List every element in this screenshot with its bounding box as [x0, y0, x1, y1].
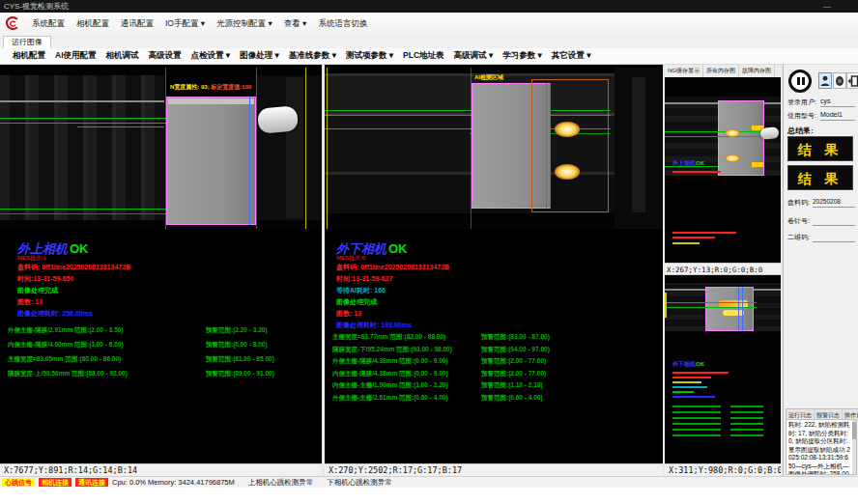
operator-mode-button[interactable] [833, 72, 846, 89]
tape-roller [257, 105, 299, 133]
toolbar-items: 相机配置AI使用配置相机调试高级设置点检设置 ▾图像处理 ▾基准线参数 ▾测试项… [8, 48, 595, 64]
window-title: CYS-视觉检测系统 [0, 2, 69, 11]
measurement-value: 主栅宽度=83.77mm 范围:(82.00 - 88.00) [332, 333, 445, 342]
tray-code-line: 盘料码: 0ff1line2025020813313472B [336, 263, 449, 272]
measurement-row: 主栅宽度=83.77mm 范围:(82.00 - 88.00) 预警范围:(83… [325, 333, 663, 346]
toolbar-item[interactable]: 相机配置 [8, 48, 50, 64]
measurement-warning-range: 预警范围:(81.00 - 85.00) [206, 355, 274, 364]
toolbar-item[interactable]: PLC地址表 [398, 48, 449, 64]
mini-measure-line [730, 411, 763, 413]
comm-connection-badge: 通讯连接 [75, 478, 108, 487]
toolbar-item[interactable]: 高级设置 [144, 48, 186, 64]
pause-button[interactable] [788, 70, 812, 93]
middle-camera-image[interactable]: AI检测区域 [325, 68, 663, 229]
mini-measure-line [672, 417, 721, 419]
model-label: 使用型号: [787, 111, 816, 121]
measurement-warning-range: 预警范围:(89.00 - 91.00) [206, 370, 274, 378]
login-user-value: cys [820, 98, 831, 104]
field-underline [813, 225, 855, 226]
login-user-label: 登录用户: [787, 98, 816, 107]
frame-count-line: 图数: 13 [336, 309, 361, 319]
edge-detect-line [546, 83, 547, 209]
toolbar-item[interactable]: 图像处理 ▾ [235, 48, 284, 64]
toolbar-item[interactable]: 学习参数 ▾ [498, 48, 547, 64]
measurement-row: 外侧主栅-隔膜/4.38mm 范围:(0.00 - 9.00) 预警范围:(2.… [325, 357, 663, 370]
toolbar-item[interactable]: 其它设置 ▾ [547, 48, 596, 64]
field-underline [820, 106, 855, 107]
camera-status-ok: OK [70, 241, 89, 256]
edge-detect-line [738, 287, 739, 331]
minimize-button[interactable]: — [823, 0, 831, 13]
pixel-readout-bottom-right: X:311;Y:980;R:0;G:0;B:0 [665, 463, 781, 476]
mini-text-line [672, 381, 701, 383]
menu-item[interactable]: 通讯配置 [115, 15, 159, 33]
lower-camera-warning: 下相机心跳检测异常 [327, 478, 392, 488]
measurement-warning-range: 预警范围:(0.00 - 8.00) [206, 341, 268, 350]
measurement-row: 内侧主栅-隔膜/4.60mm 范围:(3.00 - 6.00) 预警范围:(0.… [0, 341, 322, 355]
measurement-row: 主栅宽度=83.05mm 范围:(80.00 - 86.00) 预警范围:(81… [0, 355, 322, 370]
weld-spot [725, 129, 740, 137]
image-buffer-tab[interactable]: 故障内存图 [739, 65, 775, 77]
yellow-ruler-line [665, 293, 667, 318]
toolbar-item[interactable]: 测试项参数 ▾ [341, 48, 398, 64]
mini-measure-line [730, 406, 763, 407]
log-text-area[interactable]: 耗时: 222, 缺陷检测耗时: 17, 缺陷分类耗时: 0, 缺陷提取分区耗时… [786, 419, 857, 475]
measurement-value: 内侧主栅-隔膜/4.38mm 范围:(0.00 - 9.00) [332, 370, 448, 378]
menu-item[interactable]: 相机配置 [71, 15, 115, 33]
process-done-line: 图像处理完成 [336, 297, 377, 307]
measurement-warning-range: 预警范围:(83.00 - 87.00) [481, 333, 550, 342]
menu-item[interactable]: IO手配置 ▾ [159, 15, 211, 33]
toolbar-item[interactable]: 高级调试 ▾ [449, 48, 499, 64]
toolbar-item[interactable]: 相机调试 [101, 48, 144, 64]
image-buffer-tab[interactable]: NG缓存显示 [665, 65, 703, 77]
ai-wait-line: 等待AI耗时: 166 [336, 286, 386, 295]
measurement-warning-range: 预警范围:(2.20 - 3.20) [206, 326, 268, 335]
toolbar-item[interactable]: 点检设置 ▾ [186, 48, 236, 64]
user-login-button[interactable] [818, 72, 832, 89]
measurement-row: 外侧主栅-主栅/2.61mm 范围:(0.60 - 4.00) 预警范围:(0.… [325, 394, 663, 406]
mini-measure-line [672, 434, 721, 436]
menu-item[interactable]: 光源控制配置 ▾ [211, 15, 278, 33]
cell-region-box [705, 287, 754, 331]
elapsed-line: 图像处理耗时: 193.00ms [336, 321, 412, 330]
mes-batch-label: MES批次:0 [336, 254, 365, 263]
title-bar: CYS-视觉检测系统 — [0, 0, 858, 13]
mini-measure-line [730, 429, 763, 431]
mini-measure-line [672, 423, 721, 425]
status-bar: 心跳信号 相机连接 通讯连接 Cpu: 0.0% Memory: 3424.41… [0, 476, 858, 488]
mes-batch-label: MES批次:1 [17, 254, 46, 263]
menu-item[interactable]: 系统配置 [26, 15, 71, 33]
mini-text-line [672, 237, 715, 238]
toolbar-item[interactable]: AI使用配置 [50, 48, 101, 64]
mini-text-line [672, 396, 715, 398]
highlight-mark [752, 162, 763, 167]
edge-detect-line [249, 97, 250, 225]
machine-rail [286, 77, 303, 218]
toolbar-item[interactable]: 基准线参数 ▾ [284, 48, 341, 64]
mini-text-line [672, 391, 694, 393]
right-top-image[interactable]: 外上相机OK [665, 77, 781, 263]
menu-item[interactable]: 系统语言切换 [312, 15, 373, 33]
baseline-guide-line [0, 213, 166, 214]
right-bottom-image[interactable]: 外下相机OK [665, 275, 781, 463]
log-scrollbar[interactable] [852, 420, 856, 474]
tab-run-image[interactable]: 运行图像 [3, 36, 51, 48]
measurement-value: 隔膜宽度-下/95.24mm 范围:(93.00 - 98.00) [332, 346, 452, 354]
toolbar: 相机配置AI使用配置相机调试高级设置点检设置 ▾图像处理 ▾基准线参数 ▾测试项… [0, 48, 858, 65]
camera-status-ok: OK [696, 361, 704, 367]
edge-detect-line [550, 83, 551, 209]
pixel-readout-middle: X:270;Y:2502;R:17;G:17;B:17 [325, 463, 663, 476]
left-camera-image[interactable]: N宽度属性: 93; 标定宽度值:100 [0, 68, 322, 229]
baseline-guide-line [665, 131, 764, 132]
weld-spot [555, 122, 580, 137]
mini-text-line [672, 386, 707, 388]
menu-item[interactable]: 查看 ▾ [278, 15, 313, 33]
exit-button[interactable] [846, 72, 858, 89]
baseline-guide-line [0, 209, 166, 210]
measurement-list: 主栅宽度=83.77mm 范围:(82.00 - 88.00) 预警范围:(83… [325, 333, 663, 406]
app-window: CYS-视觉检测系统 — 系统配置相机配置通讯配置IO手配置 ▾光源控制配置 ▾… [0, 0, 858, 504]
image-buffer-tab[interactable]: 所有内存图 [703, 65, 739, 77]
exit-door-icon [848, 75, 858, 87]
measurement-row: 外侧主栅-隔膜/2.91mm 范围:(2.00 - 3.50) 预警范围:(2.… [0, 326, 322, 341]
mini-measure-line [672, 411, 721, 413]
